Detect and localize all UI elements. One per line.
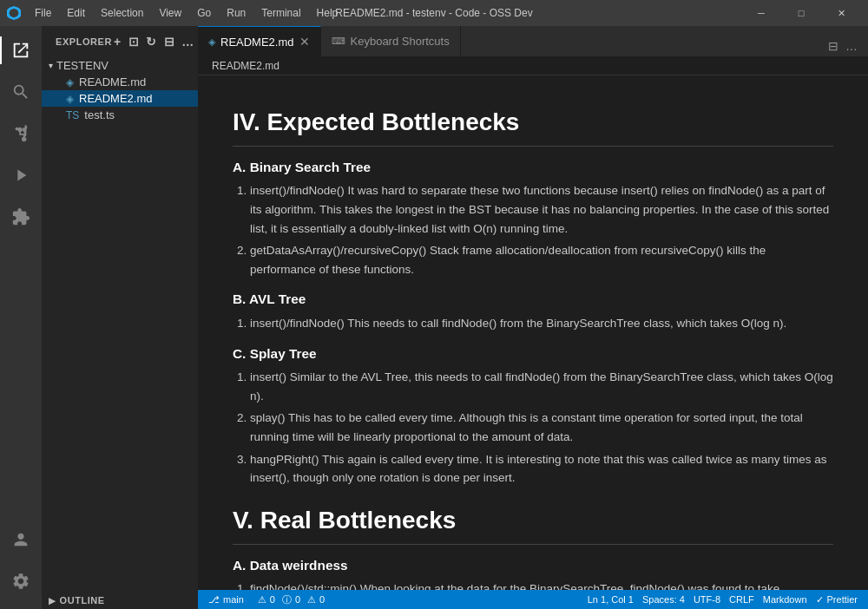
collapse-all-button[interactable]: ⊟: [162, 33, 177, 50]
language-mode-label: Markdown: [763, 594, 807, 605]
problems-status[interactable]: ⚠ 0 ⓘ 0 ⚠ 0: [254, 593, 328, 606]
tab-close-button[interactable]: ✕: [299, 35, 310, 49]
section-heading-v: V. Real Bottlenecks: [233, 501, 833, 545]
ts-file-icon: TS: [66, 109, 79, 121]
formatter-label: Prettier: [827, 594, 858, 605]
refresh-button[interactable]: ↻: [144, 33, 159, 50]
language-mode-status[interactable]: Markdown: [760, 594, 811, 605]
info-icon: ⓘ: [282, 593, 292, 606]
menu-file[interactable]: File: [28, 5, 58, 21]
warning-icon: ⚠: [307, 594, 316, 606]
section-a-data-list: findNode()/std::min() When looking at th…: [250, 580, 833, 590]
maximize-button[interactable]: □: [781, 0, 821, 26]
search-activity-icon[interactable]: [0, 71, 42, 113]
status-bar-right: Ln 1, Col 1 Spaces: 4 UTF-8 CRLF Markdow…: [584, 594, 861, 606]
main-layout: EXPLORER + ⊡ ↻ ⊟ … ▾ TESTENV ◈ README.md…: [0, 26, 868, 609]
account-activity-icon[interactable]: [0, 519, 42, 560]
sidebar-item-readme-md[interactable]: ◈ README.md: [42, 74, 198, 90]
close-button[interactable]: ✕: [821, 0, 861, 26]
sidebar-item-readme2-md[interactable]: ◈ README2.md: [42, 90, 198, 107]
menu-bar: File Edit Selection View Go Run Terminal…: [28, 5, 345, 21]
menu-view[interactable]: View: [152, 5, 188, 21]
editor-content[interactable]: IV. Expected Bottlenecks A. Binary Searc…: [198, 75, 868, 590]
outline-arrow: ▶: [49, 596, 56, 606]
section-b-list: insert()/findNode() This needs to call f…: [250, 314, 833, 333]
more-tabs-button[interactable]: …: [842, 36, 861, 56]
indentation-label: Spaces: 4: [642, 594, 685, 605]
git-branch-status[interactable]: ⎇ main: [205, 594, 247, 606]
list-item: findNode()/std::min() When looking at th…: [250, 580, 833, 590]
formatter-status[interactable]: ✓ Prettier: [812, 594, 861, 606]
cursor-position-label: Ln 1, Col 1: [588, 594, 634, 605]
info-count: 0: [295, 594, 300, 605]
window-controls: ─ □ ✕: [741, 0, 861, 26]
formatter-icon: ✓: [816, 594, 824, 606]
sidebar-item-label: README.md: [79, 75, 146, 88]
title-bar: File Edit Selection View Go Run Terminal…: [0, 0, 868, 26]
error-icon: ⚠: [258, 594, 266, 606]
sidebar-header: EXPLORER + ⊡ ↻ ⊟ …: [42, 26, 198, 57]
run-activity-icon[interactable]: [0, 154, 42, 196]
tab-readme2-md[interactable]: ◈ README2.md ✕: [198, 26, 321, 56]
sidebar-title: EXPLORER: [56, 36, 112, 47]
extensions-activity-icon[interactable]: [0, 196, 42, 238]
section-a-list: insert()/findNode() It was hard to separ…: [250, 181, 833, 278]
menu-edit[interactable]: Edit: [60, 5, 92, 21]
source-control-activity-icon[interactable]: [0, 113, 42, 154]
line-endings-status[interactable]: CRLF: [726, 594, 758, 605]
list-item: insert()/findNode() This needs to call f…: [250, 314, 833, 333]
line-endings-label: CRLF: [729, 594, 754, 605]
tab-kbd-icon: ⌨: [332, 36, 345, 47]
section-a-data: A. Data weirdness: [233, 555, 833, 577]
git-branch-label: main: [223, 594, 244, 605]
tabs-bar: ◈ README2.md ✕ ⌨ Keyboard Shortcuts ⊟ …: [198, 26, 868, 56]
menu-go[interactable]: Go: [190, 5, 218, 21]
outline-label: OUTLINE: [60, 595, 105, 606]
list-item: getDataAsArray()/recursiveCopy() Stack f…: [250, 241, 833, 278]
section-heading-iv: IV. Expected Bottlenecks: [233, 103, 833, 147]
list-item: insert() Similar to the AVL Tree, this n…: [250, 368, 833, 405]
section-c-list: insert() Similar to the AVL Tree, this n…: [250, 368, 833, 488]
sidebar-tree: ▾ TESTENV ◈ README.md ◈ README2.md TS te…: [42, 57, 198, 592]
explorer-activity-icon[interactable]: [0, 29, 42, 71]
workspace-name: TESTENV: [56, 59, 108, 72]
window-title: README2.md - testenv - Code - OSS Dev: [335, 7, 532, 19]
tab-keyboard-shortcuts[interactable]: ⌨ Keyboard Shortcuts: [321, 26, 461, 56]
menu-terminal[interactable]: Terminal: [254, 5, 307, 21]
title-bar-left: File Edit Selection View Go Run Terminal…: [7, 5, 345, 21]
workspace-folder[interactable]: ▾ TESTENV: [42, 57, 198, 74]
menu-run[interactable]: Run: [220, 5, 253, 21]
minimize-button[interactable]: ─: [741, 0, 781, 26]
error-count: 0: [270, 594, 275, 605]
activity-bar: [0, 26, 42, 609]
breadcrumb-file[interactable]: README2.md: [212, 60, 279, 72]
sidebar-item-label-active: README2.md: [79, 92, 153, 105]
md-file-icon: ◈: [66, 76, 74, 88]
cursor-position-status[interactable]: Ln 1, Col 1: [584, 594, 637, 605]
list-item: splay() This has to be called every time…: [250, 409, 833, 446]
encoding-status[interactable]: UTF-8: [690, 594, 724, 605]
git-branch-icon: ⎇: [208, 594, 220, 606]
menu-selection[interactable]: Selection: [94, 5, 150, 21]
indentation-status[interactable]: Spaces: 4: [639, 594, 688, 605]
tab-keyboard-label: Keyboard Shortcuts: [351, 35, 450, 48]
sidebar-item-test-ts[interactable]: TS test.ts: [42, 107, 198, 123]
split-editor-button[interactable]: ⊟: [825, 36, 842, 56]
section-c-splay: C. Splay Tree: [233, 344, 833, 365]
tab-actions: ⊟ …: [825, 36, 868, 56]
new-folder-button[interactable]: ⊡: [127, 33, 141, 50]
breadcrumb: README2.md: [198, 56, 868, 75]
outline-section[interactable]: ▶ OUTLINE: [42, 592, 198, 609]
sidebar: EXPLORER + ⊡ ↻ ⊟ … ▾ TESTENV ◈ README.md…: [42, 26, 198, 609]
section-a-bst: A. Binary Search Tree: [233, 157, 833, 179]
more-actions-button[interactable]: …: [180, 33, 196, 50]
editor-area: ◈ README2.md ✕ ⌨ Keyboard Shortcuts ⊟ … …: [198, 26, 868, 609]
activity-bar-bottom: [0, 519, 42, 609]
list-item: insert()/findNode() It was hard to separ…: [250, 181, 833, 238]
md-file-icon-2: ◈: [66, 93, 74, 105]
warning-count: 0: [319, 594, 325, 605]
sidebar-item-ts-label: test.ts: [84, 108, 115, 121]
settings-activity-icon[interactable]: [0, 560, 42, 602]
sidebar-header-actions: + ⊡ ↻ ⊟ …: [112, 33, 196, 50]
new-file-button[interactable]: +: [112, 33, 123, 50]
